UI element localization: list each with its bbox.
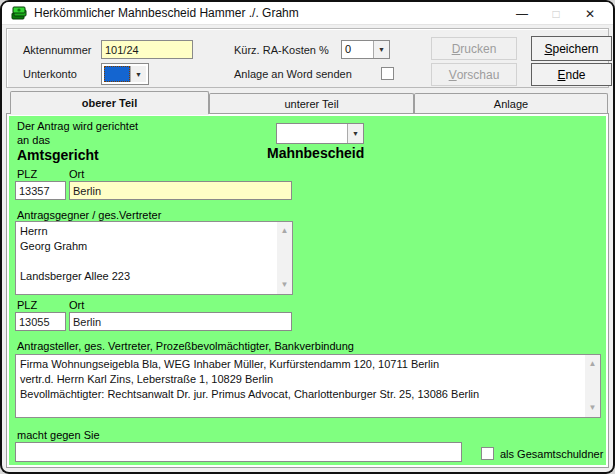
aktennummer-input[interactable] bbox=[101, 40, 193, 59]
ra-kosten-combobox[interactable]: 0 ▼ bbox=[341, 40, 390, 59]
respondent-scrollbar[interactable]: ▲ ▼ bbox=[277, 222, 292, 294]
plz-label: PLZ bbox=[17, 168, 37, 180]
court-ort-input[interactable] bbox=[69, 181, 292, 200]
respondent-plz-input[interactable] bbox=[15, 312, 66, 331]
scroll-up-icon[interactable]: ▲ bbox=[585, 357, 600, 371]
speichern-button[interactable]: Speichern bbox=[531, 36, 612, 61]
applicant-textarea-box: Firma Wohnungseigebla Bla, WEG Inhaber M… bbox=[15, 354, 601, 418]
ort-label: Ort bbox=[69, 168, 84, 180]
court-plz-input[interactable] bbox=[15, 181, 66, 200]
titlebar[interactable]: Herkömmlicher Mahnbescheid Hammer ./. Gr… bbox=[2, 2, 613, 25]
tab-oberer-teil[interactable]: oberer Teil bbox=[10, 91, 209, 114]
aktennummer-label: Aktennummer bbox=[23, 44, 91, 56]
claim-input[interactable] bbox=[15, 442, 462, 462]
word-send-label: Anlage an Word senden bbox=[234, 68, 352, 80]
scroll-down-icon[interactable]: ▼ bbox=[277, 278, 292, 292]
court-combobox[interactable]: ▼ bbox=[276, 123, 364, 144]
unterkonto-label: Unterkonto bbox=[23, 68, 77, 80]
window-controls: — □ ✕ bbox=[505, 2, 607, 25]
plz-label: PLZ bbox=[17, 299, 37, 311]
ra-kosten-value: 0 bbox=[342, 41, 373, 58]
tab-unterer-teil[interactable]: unterer Teil bbox=[209, 93, 414, 114]
claim-label: macht gegen Sie bbox=[17, 429, 100, 441]
ra-kosten-label: Kürz. RA-Kosten % bbox=[234, 44, 329, 56]
applicant-scrollbar[interactable]: ▲ ▼ bbox=[585, 355, 600, 417]
window-title: Herkömmlicher Mahnbescheid Hammer ./. Gr… bbox=[34, 6, 299, 20]
respondent-label: Antragsgegner / ges.Vertreter bbox=[17, 209, 161, 221]
court-type-heading: Amtsgericht bbox=[17, 147, 99, 163]
tab-page-oberer-teil: Der Antrag wird gerichtet an das ▼ Amtsg… bbox=[6, 113, 609, 468]
close-icon[interactable]: ✕ bbox=[573, 2, 607, 25]
ende-button[interactable]: Ende bbox=[531, 63, 612, 86]
word-send-checkbox[interactable] bbox=[381, 67, 394, 80]
window-frame: Herkömmlicher Mahnbescheid Hammer ./. Gr… bbox=[2, 2, 613, 472]
respondent-textarea-box: Herrn Georg Grahm Landsberger Allee 223 … bbox=[15, 221, 293, 295]
unterkonto-combobox[interactable]: ▼ bbox=[101, 63, 149, 85]
gesamtschuldner-label: als Gesamtschuldner bbox=[500, 448, 603, 460]
ort-label: Ort bbox=[69, 299, 84, 311]
respondent-textarea[interactable]: Herrn Georg Grahm Landsberger Allee 223 bbox=[16, 222, 277, 294]
app-window: Herkömmlicher Mahnbescheid Hammer ./. Gr… bbox=[0, 0, 615, 474]
toolbar-panel: Aktennummer Unterkonto ▼ Kürz. RA-Kosten… bbox=[6, 28, 609, 88]
gesamtschuldner-checkbox[interactable] bbox=[481, 447, 494, 460]
money-icon bbox=[11, 5, 27, 21]
chevron-down-icon[interactable]: ▼ bbox=[347, 124, 363, 143]
doc-title-heading: Mahnbescheid bbox=[267, 145, 364, 161]
intro-line1: Der Antrag wird gerichtet bbox=[17, 120, 138, 132]
vorschau-button[interactable]: Vorschau bbox=[431, 63, 517, 86]
scroll-up-icon[interactable]: ▲ bbox=[277, 224, 292, 238]
unterkonto-value bbox=[104, 66, 130, 82]
court-combobox-value bbox=[277, 124, 347, 143]
drucken-button[interactable]: Drucken bbox=[431, 37, 517, 60]
scroll-down-icon[interactable]: ▼ bbox=[585, 401, 600, 415]
minimize-icon[interactable]: — bbox=[505, 2, 539, 25]
respondent-ort-input[interactable] bbox=[69, 312, 292, 331]
applicant-label: Antragsteller, ges. Vertreter, Prozeßbev… bbox=[17, 340, 354, 352]
tab-anlage[interactable]: Anlage bbox=[414, 93, 608, 114]
chevron-down-icon[interactable]: ▼ bbox=[130, 66, 146, 82]
applicant-textarea[interactable]: Firma Wohnungseigebla Bla, WEG Inhaber M… bbox=[16, 355, 585, 417]
chevron-down-icon[interactable]: ▼ bbox=[373, 41, 389, 58]
intro-line2: an das bbox=[17, 134, 50, 146]
maximize-icon[interactable]: □ bbox=[539, 2, 573, 25]
